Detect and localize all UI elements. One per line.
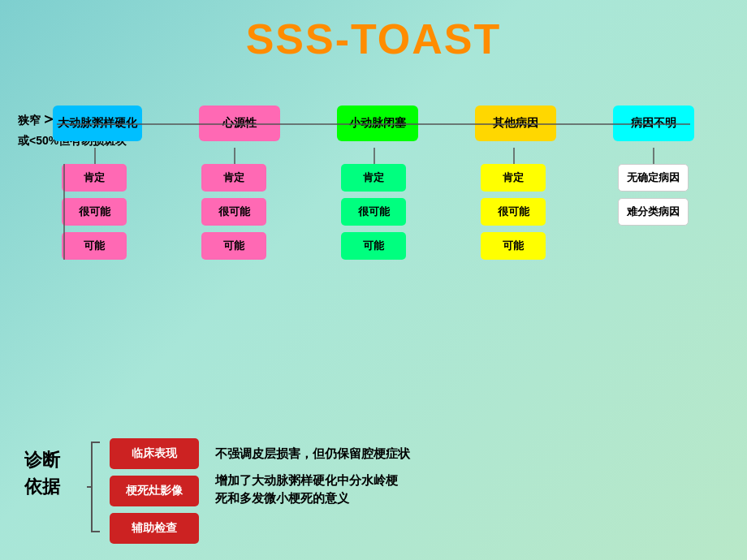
sub-item-4-3: 可能	[481, 232, 546, 260]
sub-column-1: 肯定 很可能 可能	[54, 148, 135, 260]
subcategories-section: 肯定 很可能 可能 肯定 很可能 可能	[16, 148, 731, 260]
col3-top-line	[374, 148, 375, 164]
diag-box-auxiliary: 辅助检查	[110, 513, 199, 544]
diag-box-infarct: 梗死灶影像	[110, 476, 199, 506]
page-container: SSS-TOAST 狭窄＞ 50% 或<50%但有易损斑块 直径<2.0 大动脉…	[0, 0, 747, 260]
page-title: SSS-TOAST	[0, 0, 747, 71]
sub-column-5: 无确定病因 难分类病因	[612, 148, 693, 226]
sub-item-1-2: 很可能	[62, 198, 127, 226]
col5-top-line	[653, 148, 654, 164]
sub-item-1-3: 可能	[62, 232, 127, 260]
diagnosis-text-section: 不强调皮层损害，但仍保留腔梗症状 增加了大动脉粥样硬化中分水岭梗 死和多发微小梗…	[215, 445, 410, 508]
sub-item-3-3: 可能	[341, 232, 406, 260]
diag-text-1: 不强调皮层损害，但仍保留腔梗症状	[215, 445, 410, 463]
sub-item-3-2: 很可能	[341, 198, 406, 226]
sub-item-3-1: 肯定	[341, 164, 406, 192]
diag-box-clinical: 临床表现	[110, 438, 199, 469]
sub-item-1-1: 肯定	[62, 164, 127, 192]
sub-item-4-2: 很可能	[481, 198, 546, 226]
col1-bracket	[63, 164, 65, 260]
sub-column-4: 肯定 很可能 可能	[473, 148, 554, 260]
diagnosis-label: 诊断 依据	[24, 446, 69, 500]
diagnosis-boxes: 临床表现 梗死灶影像 辅助检查	[110, 438, 199, 544]
col4-top-line	[513, 148, 515, 164]
diag-text-2: 增加了大动脉粥样硬化中分水岭梗 死和多发微小梗死的意义	[215, 472, 410, 508]
sub-item-2-1: 肯定	[201, 164, 266, 192]
diagnosis-section: 诊断 依据 临床表现 梗死灶影像 辅助检查 不强调皮层损害，但仍保留腔梗症状 增…	[0, 438, 747, 544]
sub-item-2-3: 可能	[201, 232, 266, 260]
sub-column-2: 肯定 很可能 可能	[193, 148, 274, 260]
top-connector-svg	[57, 123, 690, 125]
col1-top-line	[94, 148, 96, 164]
sub-item-5-1: 无确定病因	[618, 164, 689, 192]
bracket-container	[85, 438, 101, 536]
categories-row: 大动脉粥样硬化 心源性 小动脉闭塞 其他病因 病因不明	[16, 106, 731, 141]
sub-item-5-2: 难分类病因	[618, 198, 689, 226]
sub-column-3: 肯定 很可能 可能	[333, 148, 414, 260]
bracket-svg	[85, 438, 101, 536]
top-section: 狭窄＞ 50% 或<50%但有易损斑块 直径<2.0 大动脉粥样硬化 心源性 小…	[0, 106, 747, 260]
sub-item-4-1: 肯定	[481, 164, 546, 192]
sub-item-2-2: 很可能	[201, 198, 266, 226]
col2-top-line	[234, 148, 235, 164]
